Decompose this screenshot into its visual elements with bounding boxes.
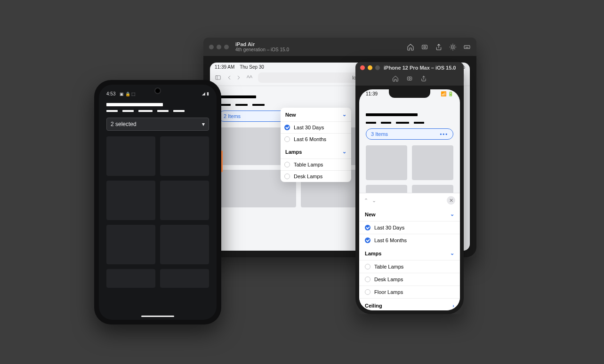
filter-section-ceiling[interactable]: Ceiling › <box>359 298 460 310</box>
iphone-screen: 11:39 📶 🔋 3 Items ••• <box>359 89 460 310</box>
text-size-icon[interactable]: AA <box>247 74 253 81</box>
filter-section-lamps[interactable]: Lamps ⌄ <box>281 145 351 158</box>
iphone-device-frame: 11:39 📶 🔋 3 Items ••• <box>355 86 464 314</box>
radio-empty-icon <box>365 277 370 282</box>
filter-option-last-30-days[interactable]: Last 30 Days <box>281 121 351 133</box>
android-select-dropdown[interactable]: 2 selected ▾ <box>106 118 209 131</box>
close-dot[interactable] <box>209 45 214 49</box>
filter-option-desk-lamps[interactable]: Desk Lamps <box>359 273 460 285</box>
iphone-product-grid <box>366 145 453 194</box>
product-tile[interactable] <box>106 269 155 288</box>
page-tabs-redacted <box>366 122 453 124</box>
chevron-down-icon: ⌄ <box>450 250 454 256</box>
filter-section-new[interactable]: New ⌄ <box>359 207 460 221</box>
radio-empty-icon <box>284 174 290 179</box>
iphone-titlebar: iPhone 12 Pro Max – iOS 15.0 <box>355 62 464 73</box>
page-title-redacted <box>218 95 256 98</box>
ipad-title: iPad Air <box>235 41 402 47</box>
product-tile[interactable] <box>160 225 209 264</box>
filter-section-lamps[interactable]: Lamps ⌄ <box>359 246 460 260</box>
android-power-button[interactable] <box>221 150 223 172</box>
radio-checked-icon <box>365 225 370 230</box>
sidebar-icon[interactable] <box>215 74 221 81</box>
svg-point-1 <box>424 46 426 48</box>
page-tabs-redacted <box>106 110 209 112</box>
sheet-up-icon[interactable]: ⌃ <box>364 198 368 204</box>
android-device-frame: 4:53 ▣ 🔒 ⬚ ◢ ▮ 2 selected ▾ <box>94 80 221 324</box>
filter-sheet: ⌃ ⌄ ✕ New ⌄ Last 30 Days Last 6 Months <box>359 193 460 310</box>
radio-empty-icon <box>284 136 290 142</box>
product-tile[interactable] <box>160 181 209 220</box>
keyboard-icon[interactable] <box>463 43 471 51</box>
chevron-down-icon: ⌄ <box>450 211 454 217</box>
svg-rect-0 <box>422 45 427 49</box>
iphone-title: iPhone 12 Pro Max – iOS 15.0 <box>384 65 456 71</box>
appearance-icon[interactable] <box>449 43 457 51</box>
radio-empty-icon <box>284 162 290 167</box>
svg-rect-3 <box>464 45 470 48</box>
filter-option-last-6-months[interactable]: Last 6 Months <box>359 234 460 246</box>
android-status-time: 4:53 <box>106 91 115 96</box>
product-tile[interactable] <box>412 145 453 180</box>
product-tile[interactable] <box>160 269 209 288</box>
home-icon[interactable] <box>392 75 399 82</box>
ipad-subtitle: 4th generation – iOS 15.0 <box>235 47 402 52</box>
items-filter-pill[interactable]: 3 Items ••• <box>366 128 453 140</box>
iphone-toolbar <box>355 73 464 86</box>
svg-rect-5 <box>407 77 411 80</box>
share-icon[interactable] <box>435 43 443 51</box>
minimize-dot[interactable] <box>217 45 221 49</box>
svg-point-2 <box>451 46 454 48</box>
status-icon: ▣ 🔒 ⬚ <box>120 92 136 96</box>
page-title-redacted <box>366 113 418 116</box>
android-screen: 4:53 ▣ 🔒 ⬚ ◢ ▮ 2 selected ▾ <box>99 85 217 320</box>
radio-checked-icon <box>284 125 290 130</box>
filter-option-table-lamps[interactable]: Table Lamps <box>359 260 460 273</box>
home-icon[interactable] <box>407 43 414 51</box>
filter-option-desk-lamps[interactable]: Desk Lamps <box>281 170 351 182</box>
screenshot-icon[interactable] <box>421 43 428 51</box>
iphone-status-time: 11:39 <box>366 91 378 96</box>
iphone-simulator-window: iPhone 12 Pro Max – iOS 15.0 11:39 📶 🔋 <box>355 62 464 314</box>
filter-dropdown: New ⌄ Last 30 Days Last 6 Months Lamps ⌄ <box>281 108 351 182</box>
forward-icon[interactable] <box>235 74 242 81</box>
sheet-close-button[interactable]: ✕ <box>447 196 455 205</box>
zoom-dot[interactable] <box>224 45 229 49</box>
radio-checked-icon <box>365 237 370 243</box>
ellipsis-icon: ••• <box>440 131 448 137</box>
filter-option-last-30-days[interactable]: Last 30 Days <box>359 221 460 234</box>
product-tile[interactable] <box>366 145 407 180</box>
page-title-redacted <box>106 103 163 106</box>
svg-rect-4 <box>216 76 221 79</box>
traffic-lights[interactable] <box>360 65 380 70</box>
traffic-lights[interactable] <box>209 45 229 49</box>
sheet-down-icon[interactable]: ⌄ <box>372 198 376 204</box>
ipad-status-date: Thu Sep 30 <box>240 64 264 70</box>
chevron-down-icon: ⌄ <box>342 149 346 155</box>
share-icon[interactable] <box>420 75 427 82</box>
minimize-dot[interactable] <box>368 65 372 70</box>
zoom-dot[interactable] <box>375 65 380 70</box>
filter-option-last-6-months[interactable]: Last 6 Months <box>281 133 351 145</box>
chevron-down-icon: ⌄ <box>342 111 346 118</box>
back-icon[interactable] <box>226 74 233 81</box>
status-icons-right: ◢ ▮ <box>202 91 209 96</box>
close-dot[interactable] <box>360 65 365 70</box>
filter-option-floor-lamps[interactable]: Floor Lamps <box>359 285 460 298</box>
chevron-right-icon: › <box>452 303 454 309</box>
android-camera <box>155 88 160 93</box>
radio-empty-icon <box>365 289 370 295</box>
svg-point-6 <box>409 78 411 79</box>
chevron-down-icon: ▾ <box>202 121 205 127</box>
iphone-status-right: 📶 🔋 <box>441 91 453 96</box>
product-tile[interactable] <box>106 136 155 176</box>
product-tile[interactable] <box>160 136 209 176</box>
ipad-status-time: 11:39 AM <box>215 64 234 70</box>
filter-option-table-lamps[interactable]: Table Lamps <box>281 158 351 170</box>
product-tile[interactable] <box>106 225 155 264</box>
radio-empty-icon <box>365 264 370 269</box>
android-home-indicator[interactable] <box>141 316 174 317</box>
filter-section-new[interactable]: New ⌄ <box>281 108 351 121</box>
product-tile[interactable] <box>106 181 155 220</box>
screenshot-icon[interactable] <box>406 75 413 82</box>
